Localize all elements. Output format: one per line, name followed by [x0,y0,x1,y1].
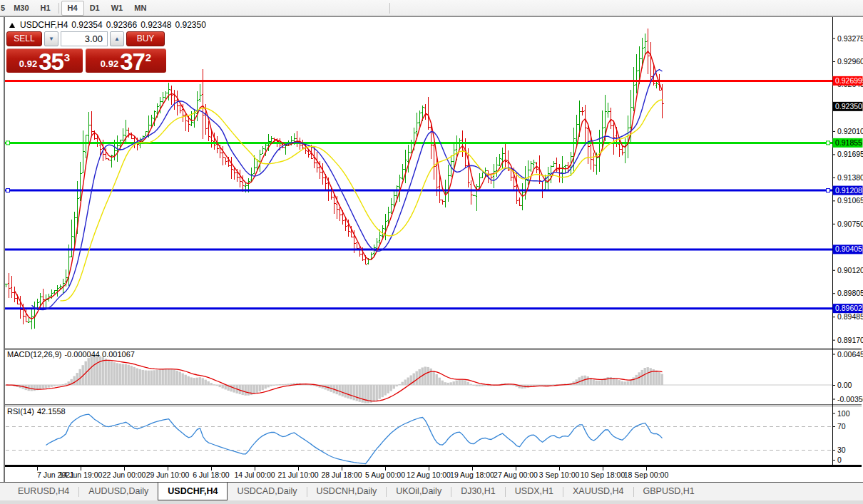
svg-text:21 Jul 10:00: 21 Jul 10:00 [277,470,318,479]
svg-text:0.91855: 0.91855 [835,138,862,147]
svg-text:6 Jul 18:00: 6 Jul 18:00 [193,470,230,479]
sell-button[interactable]: SELL [6,31,42,46]
tab-eurusd-h4[interactable]: EURUSD,H4 [9,483,78,500]
svg-text:-0.003507: -0.003507 [837,395,863,403]
ohlc-high: 0.92366 [106,20,137,30]
svg-text:0.92350: 0.92350 [835,102,862,110]
svg-text:70: 70 [837,422,846,431]
svg-text:0.89485: 0.89485 [837,312,863,321]
chart-title: USDCHF,H4 0.92354 0.92366 0.92348 0.9235… [9,20,210,30]
buy-price-pips: 37 [120,51,145,73]
svg-text:10 Sep 18:00: 10 Sep 18:00 [581,470,625,479]
volume-increase-button[interactable]: ▲ [110,31,124,46]
svg-text:30: 30 [837,446,846,454]
toolbar-separator [58,3,59,14]
tab-audusd-daily[interactable]: AUDUSD,Daily [79,483,158,500]
macd-values: -0.000044 0.001067 [64,350,134,359]
svg-text:0.91065: 0.91065 [837,196,863,205]
svg-text:0.91380: 0.91380 [837,173,863,182]
tab-dj30-h1[interactable]: DJ30,H1 [451,483,505,500]
timeframe-button-h1[interactable]: H1 [35,1,56,16]
spinner-up-icon: ▲ [114,36,120,42]
tab-usdcnh-daily[interactable]: USDCNH,Daily [307,483,387,500]
timeframe-button-d1[interactable]: D1 [84,1,106,16]
rsi-value: 42.1558 [37,407,66,416]
sell-price-display[interactable]: 0.92 35 3 [6,48,83,73]
svg-text:0.89602: 0.89602 [835,304,862,312]
rsi-pane-label: RSI(14)42.1558 [7,407,68,416]
ohlc-open: 0.92354 [71,20,102,30]
rsi-name: RSI(14) [7,407,34,416]
one-click-trade-panel: SELL ▼ 3.00 ▲ BUY 0.92 35 3 0.92 37 2 [6,31,167,73]
buy-price-base: 0.92 [101,58,118,73]
svg-text:3 Sep 10:00: 3 Sep 10:00 [539,470,580,479]
volume-decrease-button[interactable]: ▼ [44,31,58,46]
svg-text:100: 100 [837,409,850,418]
timeframe-button-mn[interactable]: MN [128,1,152,16]
macd-pane-label: MACD(12,26,9)-0.000044 0.001067 [7,350,138,359]
tab-gbpusd-h1[interactable]: GBPUSD,H1 [634,483,704,500]
svg-text:0.91695: 0.91695 [837,150,863,158]
tab-xauusd-h4[interactable]: XAUUSD,H4 [563,483,633,500]
svg-text:0.92699: 0.92699 [835,76,862,85]
tab-ukoil-daily[interactable]: UKOil,Daily [387,483,451,500]
tab-usdchf-h4[interactable]: USDCHF,H4 [158,483,228,500]
svg-text:22 Jun 00:00: 22 Jun 00:00 [103,470,146,479]
svg-text:0: 0 [837,456,842,464]
buy-price-display[interactable]: 0.92 37 2 [86,48,166,73]
tab-usdx-h1[interactable]: USDX,H1 [506,483,563,500]
svg-text:0.00: 0.00 [837,381,852,389]
svg-text:0.90750: 0.90750 [837,220,863,228]
timeframe-toolbar: 5M30H1H4D1W1MN [0,0,863,16]
svg-text:0.91208: 0.91208 [835,186,862,195]
svg-text:19 Aug 18:00: 19 Aug 18:00 [450,470,494,479]
timeframe-button-w1[interactable]: W1 [106,1,129,16]
svg-text:0.89805: 0.89805 [837,289,863,297]
sell-price-pips: 35 [39,51,63,73]
chart-symbol: USDCHF,H4 [20,20,68,30]
ohlc-low: 0.92348 [141,20,171,30]
svg-text:0.90405: 0.90405 [835,245,862,253]
sell-price-point: 3 [64,51,70,63]
svg-text:0.90120: 0.90120 [837,266,863,274]
svg-text:14 Jul 00:00: 14 Jul 00:00 [234,470,275,479]
svg-text:28 Jul 18:00: 28 Jul 18:00 [321,470,362,479]
svg-text:0.89170: 0.89170 [837,336,863,344]
svg-text:29 Jun 10:00: 29 Jun 10:00 [146,470,190,479]
timeframe-button-5[interactable]: 5 [0,1,8,16]
svg-text:0.92010: 0.92010 [837,127,863,135]
svg-text:14 Jun 19:00: 14 Jun 19:00 [59,470,103,479]
macd-name: MACD(12,26,9) [7,350,61,359]
collapse-triangle-icon[interactable] [9,23,15,28]
svg-text:12 Aug 10:00: 12 Aug 10:00 [407,470,451,479]
spinner-down-icon: ▼ [48,36,54,42]
tab-usdcad-daily[interactable]: USDCAD,Daily [228,483,306,500]
timeframe-button-m30[interactable]: M30 [8,1,34,16]
svg-text:18 Sep 00:00: 18 Sep 00:00 [624,470,669,479]
buy-price-point: 2 [145,51,151,63]
svg-text:5 Aug 00:00: 5 Aug 00:00 [365,470,405,479]
bottom-strip [0,500,863,504]
symbol-tabbar: EURUSD,H4AUDUSD,DailyUSDCHF,H4USDCAD,Dai… [0,482,863,500]
buy-button[interactable]: BUY [126,31,165,46]
timeframe-button-h4[interactable]: H4 [61,1,84,16]
price-chart-canvas[interactable]: 0.932750.929600.926450.920100.916950.913… [0,0,863,504]
svg-text:0.006451: 0.006451 [837,350,863,359]
ohlc-close: 0.92350 [175,20,206,30]
volume-field[interactable]: 3.00 [61,31,108,46]
svg-text:27 Aug 00:00: 27 Aug 00:00 [494,470,538,479]
svg-text:0.93275: 0.93275 [837,34,863,43]
toolbar-separator [389,3,390,14]
svg-text:0.92960: 0.92960 [837,57,863,66]
sell-price-base: 0.92 [19,58,37,73]
tabbar-lead-space [0,483,9,500]
